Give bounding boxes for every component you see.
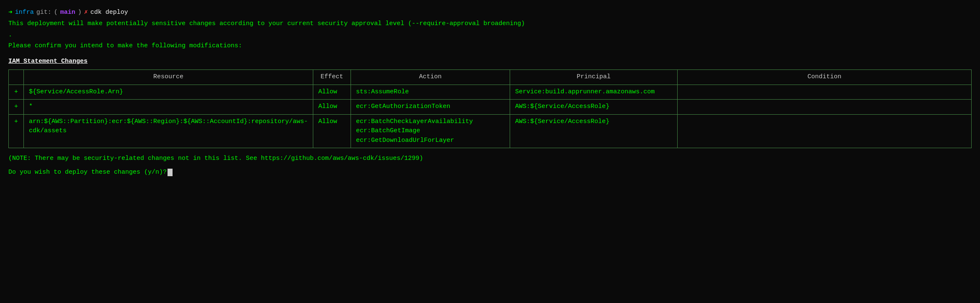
col-header-action: Action [351,70,510,85]
row2-action: ecr:GetAuthorizationToken [351,100,510,115]
warning-line-2: . [8,31,972,40]
row3-principal: AWS:${Service/AccessRole} [510,114,678,148]
question-text: Do you wish to deploy these changes (y/n… [8,168,167,177]
iam-section-title: IAM Statement Changes [8,57,972,67]
prompt-line: ➜ infra git:(main) ✗ cdk deploy [8,8,972,18]
row3-indicator: + [9,114,24,148]
row1-indicator: + [9,85,24,100]
row1-action: sts:AssumeRole [351,85,510,100]
arrow-icon: ➜ [8,8,13,18]
row1-resource: ${Service/AccessRole.Arn} [24,85,313,100]
row2-indicator: + [9,100,24,115]
row3-condition [678,114,972,148]
col-header-effect: Effect [313,70,351,85]
row2-condition [678,100,972,115]
iam-table: Resource Effect Action Principal Conditi… [8,69,972,148]
prompt-x: ✗ [84,8,88,18]
row1-principal: Service:build.apprunner.amazonaws.com [510,85,678,100]
deploy-question: Do you wish to deploy these changes (y/n… [8,168,972,177]
terminal-window: ➜ infra git:(main) ✗ cdk deploy This dep… [8,8,972,177]
row2-effect: Allow [313,100,351,115]
table-row: + arn:${AWS::Partition}:ecr:${AWS::Regio… [9,114,972,148]
col-header-resource: Resource [24,70,313,85]
security-note: (NOTE: There may be security-related cha… [8,154,972,164]
col-header-principal: Principal [510,70,678,85]
prompt-branch-open: ( [54,8,58,18]
warning-line-1: This deployment will make potentially se… [8,19,972,29]
prompt-git-label: git: [36,8,52,18]
table-row: + ${Service/AccessRole.Arn} Allow sts:As… [9,85,972,100]
prompt-command: cdk deploy [90,8,128,18]
row1-effect: Allow [313,85,351,100]
row3-effect: Allow [313,114,351,148]
prompt-branch-close: ) [78,8,82,18]
table-header-row: Resource Effect Action Principal Conditi… [9,70,972,85]
row3-action: ecr:BatchCheckLayerAvailability ecr:Batc… [351,114,510,148]
col-header-indicator [9,70,24,85]
prompt-branch: main [60,8,75,18]
prompt-infra: infra [15,8,34,18]
cursor-block [168,169,173,176]
row2-principal: AWS:${Service/AccessRole} [510,100,678,115]
table-row: + * Allow ecr:GetAuthorizationToken AWS:… [9,100,972,115]
row3-resource: arn:${AWS::Partition}:ecr:${AWS::Region}… [24,114,313,148]
warning-line-3: Please confirm you intend to make the fo… [8,41,972,51]
col-header-condition: Condition [678,70,972,85]
row2-resource: * [24,100,313,115]
row1-condition [678,85,972,100]
